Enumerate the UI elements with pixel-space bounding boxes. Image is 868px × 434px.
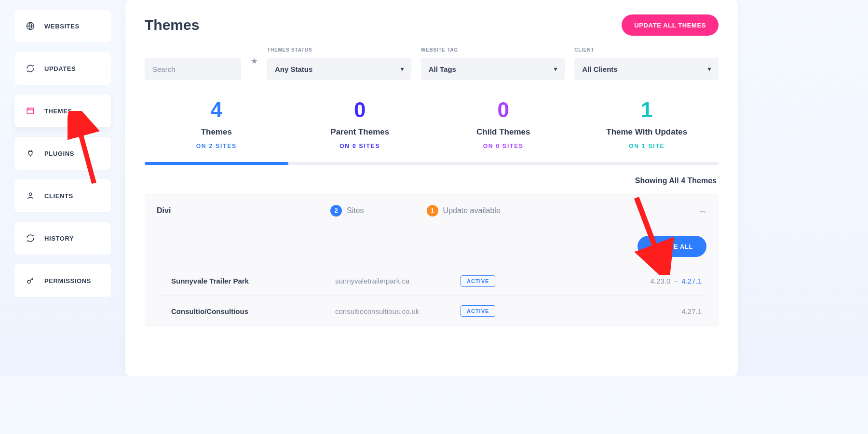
stat-parent-themes[interactable]: 0 Parent Themes ON 0 SITES bbox=[288, 95, 432, 162]
update-all-button[interactable]: UPDATE ALL bbox=[637, 236, 706, 257]
sidebar-item-label: THEMES bbox=[44, 108, 72, 115]
chevron-up-icon: ︿ bbox=[700, 206, 706, 215]
sidebar-item-clients[interactable]: CLIENTS bbox=[14, 179, 111, 212]
site-version: 4.27.1 bbox=[576, 307, 706, 315]
sidebar-item-websites[interactable]: WEBSITES bbox=[14, 10, 111, 42]
filter-bar: ★ THEMES STATUS Any Status ▾ WEBSITE TAG… bbox=[145, 47, 719, 80]
sidebar-item-label: WEBSITES bbox=[44, 23, 80, 30]
sidebar-item-label: HISTORY bbox=[44, 235, 74, 242]
plug-icon bbox=[25, 149, 36, 158]
key-icon bbox=[25, 276, 36, 285]
site-url: sunnyvaletrailerpark.ca bbox=[335, 277, 461, 285]
site-version: 4.23.0→4.27.1 bbox=[576, 277, 706, 285]
sidebar-item-plugins[interactable]: PLUGINS bbox=[14, 137, 111, 170]
status-select[interactable]: Any Status ▾ bbox=[267, 58, 411, 80]
status-badge: ACTIVE bbox=[461, 275, 495, 287]
filter-label-client: CLIENT bbox=[574, 47, 719, 54]
filter-label-status: THEMES STATUS bbox=[267, 47, 411, 54]
stat-child-themes[interactable]: 0 Child Themes ON 0 SITES bbox=[432, 95, 575, 162]
sidebar-item-permissions[interactable]: PERMISSIONS bbox=[14, 264, 111, 297]
sidebar-item-label: UPDATES bbox=[44, 65, 76, 72]
arrow-right-icon: → bbox=[672, 277, 679, 285]
tag-select[interactable]: All Tags ▾ bbox=[421, 58, 565, 80]
sidebar-item-label: PERMISSIONS bbox=[44, 277, 91, 285]
sidebar-item-themes[interactable]: THEMES bbox=[14, 95, 111, 127]
theme-sites-meta: 2 Sites bbox=[330, 205, 364, 217]
globe-icon bbox=[25, 22, 36, 30]
refresh-icon bbox=[25, 234, 36, 243]
stat-theme-updates[interactable]: 1 Theme With Updates ON 1 SITE bbox=[575, 95, 719, 162]
page-title: Themes bbox=[145, 17, 199, 33]
search-input[interactable] bbox=[145, 58, 241, 80]
stat-themes[interactable]: 4 Themes ON 2 SITES bbox=[145, 95, 288, 162]
status-badge: ACTIVE bbox=[461, 305, 495, 317]
filter-label-tag: WEBSITE TAG bbox=[421, 47, 565, 54]
sidebar-item-updates[interactable]: UPDATES bbox=[14, 52, 111, 85]
theme-icon bbox=[25, 107, 36, 115]
results-count: Showing All 4 Themes bbox=[145, 176, 717, 185]
refresh-icon bbox=[25, 64, 36, 73]
sidebar-item-label: CLIENTS bbox=[44, 192, 73, 200]
stats-row: 4 Themes ON 2 SITES 0 Parent Themes ON 0… bbox=[145, 95, 719, 162]
site-row[interactable]: Consultio/Consultious consultioconsultio… bbox=[157, 296, 706, 326]
user-icon bbox=[25, 191, 36, 200]
updates-count-badge: 1 bbox=[427, 205, 438, 217]
theme-updates-meta: 1 Update available bbox=[427, 205, 501, 217]
sidebar: WEBSITES UPDATES THEMES PLUGINS CLIENTS bbox=[0, 0, 125, 376]
theme-card-header[interactable]: Divi 2 Sites 1 Update available ︿ bbox=[157, 194, 706, 227]
stats-progress bbox=[145, 162, 719, 165]
sites-count-badge: 2 bbox=[330, 205, 342, 217]
theme-name: Divi bbox=[157, 206, 330, 215]
client-select[interactable]: All Clients ▾ bbox=[574, 58, 719, 80]
chevron-down-icon: ▾ bbox=[554, 66, 557, 72]
svg-rect-1 bbox=[27, 108, 34, 114]
chevron-down-icon: ▾ bbox=[708, 66, 711, 72]
update-all-themes-button[interactable]: UPDATE ALL THEMES bbox=[622, 14, 719, 36]
svg-point-3 bbox=[27, 280, 30, 283]
svg-point-2 bbox=[29, 193, 31, 195]
sidebar-item-history[interactable]: HISTORY bbox=[14, 222, 111, 255]
theme-card: Divi 2 Sites 1 Update available ︿ UPDATE… bbox=[145, 194, 719, 326]
chevron-down-icon: ▾ bbox=[401, 66, 404, 72]
site-name: Consultio/Consultious bbox=[171, 307, 335, 315]
site-name: Sunnyvale Trailer Park bbox=[171, 277, 335, 285]
sidebar-item-label: PLUGINS bbox=[44, 150, 74, 157]
site-row[interactable]: Sunnyvale Trailer Park sunnyvaletrailerp… bbox=[157, 266, 706, 296]
main-panel: Themes UPDATE ALL THEMES ★ THEMES STATUS… bbox=[125, 0, 738, 376]
star-icon[interactable]: ★ bbox=[251, 56, 258, 66]
site-url: consultioconsultious.co.uk bbox=[335, 307, 461, 315]
